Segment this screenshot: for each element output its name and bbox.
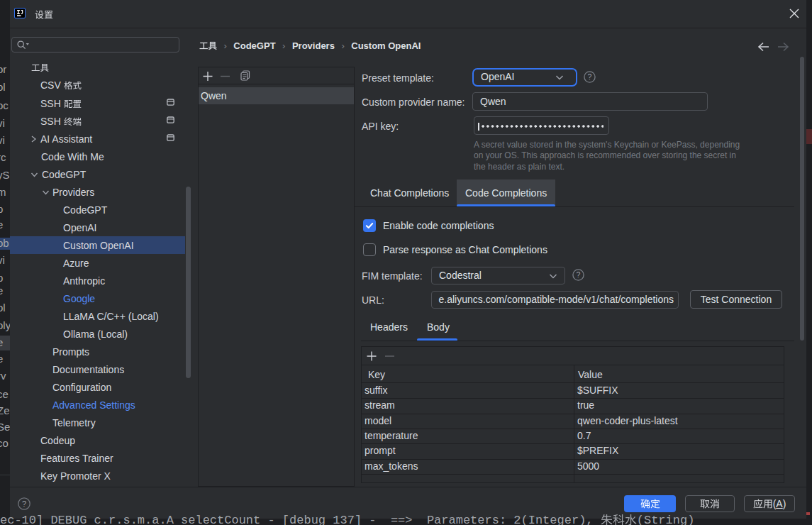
svg-text:?: ? bbox=[22, 499, 26, 508]
svg-text:?: ? bbox=[577, 270, 581, 279]
svg-text:?: ? bbox=[588, 72, 592, 81]
